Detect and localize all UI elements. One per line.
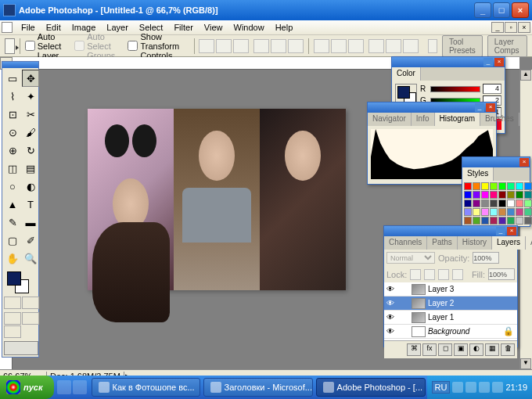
swatch-item[interactable] bbox=[516, 191, 523, 199]
distribute-right-button[interactable] bbox=[403, 39, 419, 53]
color-panel-collapse-button[interactable]: _ bbox=[483, 58, 493, 66]
maximize-button[interactable]: □ bbox=[493, 2, 510, 18]
marquee-tool[interactable]: ▭ bbox=[4, 70, 21, 87]
visibility-toggle-icon[interactable]: 👁 bbox=[384, 327, 397, 336]
swatch-item[interactable] bbox=[524, 217, 532, 225]
taskbar-item-firefox[interactable]: Как в Фотошопе вс... bbox=[92, 378, 200, 397]
distribute-vcenter-button[interactable] bbox=[331, 39, 347, 53]
crop-tool[interactable]: ⊡ bbox=[4, 106, 21, 123]
doc-close-button[interactable]: × bbox=[518, 22, 530, 33]
distribute-top-button[interactable] bbox=[314, 39, 329, 53]
swatch-item[interactable] bbox=[464, 191, 472, 199]
taskbar-item-photoshop[interactable]: Adobe Photoshop - [... bbox=[316, 378, 426, 397]
channels-tab[interactable]: Channels bbox=[384, 236, 427, 250]
swatch-item[interactable] bbox=[498, 217, 506, 225]
swatch-item[interactable] bbox=[473, 217, 480, 225]
magic-wand-tool[interactable]: ✦ bbox=[22, 88, 39, 105]
swatch-item[interactable] bbox=[490, 200, 498, 207]
layer-mask-button[interactable]: ◻ bbox=[438, 343, 452, 356]
taskbar-item-word[interactable]: Заголовки - Microsof... bbox=[203, 378, 313, 397]
jump-to-imageready-button[interactable] bbox=[4, 341, 38, 355]
lock-pixels-button[interactable] bbox=[424, 269, 435, 280]
color-panel-close-button[interactable]: × bbox=[494, 58, 504, 66]
swatch-item[interactable] bbox=[464, 200, 472, 207]
menu-view[interactable]: View bbox=[199, 21, 228, 34]
align-right-button[interactable] bbox=[288, 39, 304, 53]
tray-icon-3[interactable] bbox=[479, 382, 490, 393]
layer-row[interactable]: 👁Background🔒 bbox=[384, 325, 517, 339]
navigator-tab[interactable]: Navigator bbox=[368, 113, 412, 126]
scroll-up-button[interactable]: ▲ bbox=[520, 70, 531, 81]
swatch-item[interactable] bbox=[473, 191, 480, 199]
swatch-item[interactable] bbox=[507, 217, 515, 225]
blend-mode-select[interactable]: Normal bbox=[386, 252, 435, 264]
swatch-item[interactable] bbox=[490, 208, 498, 216]
swatch-item[interactable] bbox=[507, 182, 515, 190]
new-group-button[interactable]: ▣ bbox=[454, 343, 468, 356]
swatch-item[interactable] bbox=[473, 208, 480, 216]
fill-input[interactable] bbox=[488, 268, 515, 280]
auto-select-layer-checkbox[interactable]: Auto Select Layer bbox=[25, 32, 70, 60]
path-selection-tool[interactable]: ▲ bbox=[4, 196, 21, 213]
delete-layer-button[interactable]: 🗑 bbox=[501, 343, 515, 356]
distribute-hcenter-button[interactable] bbox=[386, 39, 401, 53]
swatch-item[interactable] bbox=[524, 182, 532, 190]
pen-tool[interactable]: ✎ bbox=[4, 214, 21, 231]
palette-well-icon[interactable] bbox=[428, 39, 437, 53]
layer-row[interactable]: 👁Layer 2 bbox=[384, 297, 517, 311]
layer-style-button[interactable]: fx bbox=[422, 343, 437, 356]
swatch-item[interactable] bbox=[498, 182, 506, 190]
layers-panel-close-button[interactable]: × bbox=[507, 227, 516, 235]
visibility-toggle-icon[interactable]: 👁 bbox=[384, 285, 397, 293]
eyedropper-tool[interactable]: ✐ bbox=[22, 232, 39, 249]
swatch-item[interactable] bbox=[490, 217, 498, 225]
r-value[interactable]: 4 bbox=[483, 84, 501, 94]
toolbox-drag-handle[interactable] bbox=[2, 62, 38, 68]
swatch-item[interactable] bbox=[524, 208, 532, 216]
layer-name-label[interactable]: Layer 2 bbox=[428, 299, 517, 307]
swatch-item[interactable] bbox=[490, 182, 498, 190]
scroll-down-button[interactable]: ▼ bbox=[520, 358, 531, 369]
swatch-item[interactable] bbox=[481, 182, 489, 190]
lock-position-button[interactable] bbox=[438, 269, 449, 280]
tray-icon-1[interactable] bbox=[452, 382, 463, 393]
doc-minimize-button[interactable]: _ bbox=[491, 22, 504, 33]
swatch-item[interactable] bbox=[464, 208, 472, 216]
layer-thumbnail[interactable] bbox=[412, 312, 426, 323]
color-picker-widget[interactable] bbox=[2, 268, 38, 295]
healing-brush-tool[interactable]: ⊙ bbox=[4, 124, 21, 141]
swatch-item[interactable] bbox=[524, 200, 532, 207]
swatch-item[interactable] bbox=[481, 208, 489, 216]
styles-panel-close-button[interactable]: × bbox=[519, 158, 529, 167]
zoom-tool[interactable]: 🔍 bbox=[22, 250, 39, 267]
dodge-tool[interactable]: ◐ bbox=[22, 178, 39, 195]
swatch-item[interactable] bbox=[473, 182, 480, 190]
align-left-button[interactable] bbox=[253, 39, 269, 53]
brush-tool[interactable]: 🖌 bbox=[22, 124, 39, 141]
align-vcenter-button[interactable] bbox=[216, 39, 232, 53]
color-tab[interactable]: Color bbox=[392, 67, 421, 81]
styles-tab[interactable]: Styles bbox=[462, 167, 494, 181]
swatch-item[interactable] bbox=[516, 200, 523, 207]
swatch-item[interactable] bbox=[498, 191, 506, 199]
link-layers-button[interactable]: ⌘ bbox=[407, 343, 421, 356]
swatch-item[interactable] bbox=[481, 217, 489, 225]
visibility-toggle-icon[interactable]: 👁 bbox=[384, 313, 397, 322]
brushes-tab[interactable]: Brushes bbox=[480, 113, 519, 126]
swatch-item[interactable] bbox=[524, 191, 532, 199]
move-tool[interactable]: ✥ bbox=[22, 70, 39, 87]
layer-thumbnail[interactable] bbox=[412, 284, 426, 295]
clone-stamp-tool[interactable]: ⊕ bbox=[4, 142, 21, 159]
tray-icon-4[interactable] bbox=[492, 382, 503, 393]
swatch-item[interactable] bbox=[507, 200, 515, 207]
language-indicator[interactable]: RU bbox=[432, 381, 451, 394]
layer-name-label[interactable]: Layer 1 bbox=[428, 313, 517, 322]
layers-panel-drag-handle[interactable]: _ × bbox=[384, 226, 517, 236]
swatch-item[interactable] bbox=[516, 208, 523, 216]
lasso-tool[interactable]: ⌇ bbox=[4, 88, 21, 105]
align-hcenter-button[interactable] bbox=[271, 39, 286, 53]
new-layer-button[interactable]: ▦ bbox=[485, 343, 499, 356]
layers-tab[interactable]: Layers bbox=[492, 236, 526, 250]
opacity-input[interactable] bbox=[473, 252, 499, 264]
color-panel-drag-handle[interactable]: _ × bbox=[392, 57, 505, 67]
